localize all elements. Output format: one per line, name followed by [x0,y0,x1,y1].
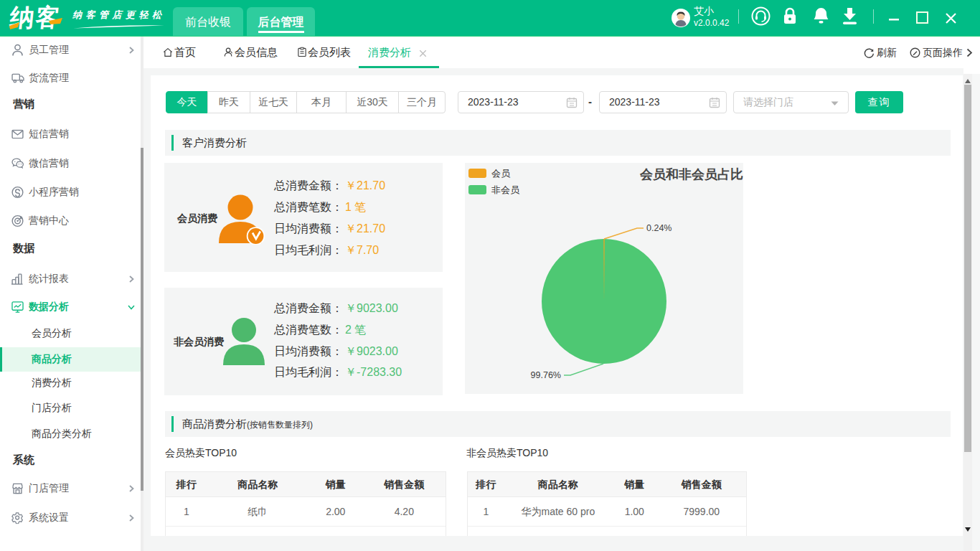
svg-text:0.24%: 0.24% [646,223,672,233]
svg-text:会员和非会员占比: 会员和非会员占比 [639,167,743,182]
svg-text:会员: 会员 [491,168,511,179]
svg-text:99.76%: 99.76% [531,370,561,380]
svg-text:非会员: 非会员 [491,184,520,195]
